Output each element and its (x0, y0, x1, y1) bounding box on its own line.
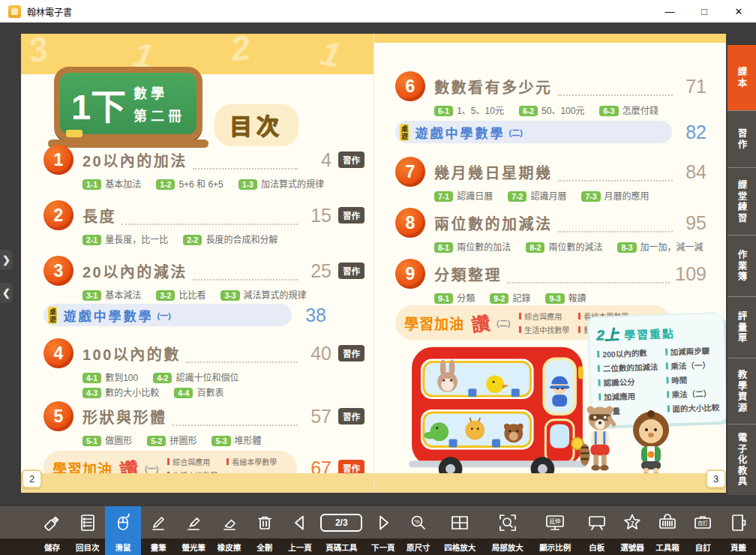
chapter-link[interactable]: 7 幾月幾日星期幾 84 (395, 157, 706, 187)
book-cover-board: 1下 數學 第二冊 (54, 67, 202, 140)
boardgame-link[interactable]: 桌遊 遊戲中學數學 (一) (44, 304, 292, 326)
sidebar-collapse-button[interactable]: ❮ (0, 283, 13, 303)
chapter-title: 數數看有多少元 (434, 76, 553, 98)
chapter-link[interactable]: 1 20以內的加法 4 習作 (44, 145, 364, 175)
toc-subsection[interactable]: 6-11、5、10元 (434, 104, 504, 116)
toc-subsection[interactable]: 7-2認識月曆 (508, 189, 566, 202)
toc-subsection[interactable]: 4-1數到100 (82, 370, 138, 383)
toc-subsection[interactable]: 3-1基本減法 (82, 288, 141, 301)
volume-label: 第二冊 (134, 105, 185, 124)
tab-workbook[interactable]: 習作 (728, 111, 756, 168)
workbook-badge[interactable]: 習作 (338, 262, 364, 279)
tool-four-grid-zoom[interactable]: 四格放大 (436, 506, 484, 555)
toc-subsection[interactable]: 7-1認識日曆 (434, 189, 493, 202)
tab-textbook[interactable]: 課本 (728, 45, 756, 111)
tool-number-picker[interactable]: 7 選號器 (614, 506, 650, 555)
toc-chapter-3: 3 20以內的減法 25 習作 3-1基本減法 3-2比比看 3-3減法算式的規… (44, 256, 364, 301)
chapter-link[interactable]: 8 兩位數的加減法 95 (395, 208, 706, 238)
dotted-leader (507, 274, 670, 284)
toc-subsection[interactable]: 9-1分類 (434, 291, 475, 304)
tool-display-ratio[interactable]: 延伸 顯示比例 (532, 506, 580, 555)
toc-subsection[interactable]: 1-25+6 和 6+5 (156, 177, 224, 190)
chapter-link[interactable]: 5 形狀與形體 57 習作 (44, 401, 364, 431)
toc-subsection[interactable]: 5-3堆形體 (212, 434, 261, 446)
tool-original-size[interactable]: % 原尺寸 (400, 506, 436, 555)
page-number-badge-left[interactable]: 2 (22, 470, 42, 488)
prev-page-icon (290, 506, 310, 538)
workbook-badge[interactable]: 習作 (338, 345, 364, 362)
toc-subsection[interactable]: 4-4百數表 (174, 386, 224, 398)
boardgame-link[interactable]: 桌遊 遊戲中學數學 (二) (395, 121, 672, 143)
toc-subsection[interactable]: 3-2比比看 (156, 288, 206, 301)
chapter-link[interactable]: 2 長度 15 習作 (44, 200, 364, 230)
tool-delete-all[interactable]: 全刪 (247, 506, 282, 555)
tool-save[interactable]: 儲存 (34, 506, 70, 555)
toc-subsection[interactable]: 6-3怎麼付錢 (599, 104, 658, 116)
toc-title: 目次 (230, 114, 284, 139)
workbook-badge[interactable]: 習作 (338, 207, 364, 224)
toc-subsection[interactable]: 8-3加一加，減一減 (617, 240, 703, 253)
toc-subsection[interactable]: 1-3加法算式的規律 (238, 177, 324, 190)
summary-heading: 學習重點 (624, 325, 676, 342)
tab-assessment-sheet[interactable]: 評量單 (728, 297, 756, 358)
tab-digital-tools[interactable]: 電子化教具 (728, 424, 756, 495)
tool-mouse[interactable]: 滑鼠 (105, 506, 140, 555)
chapter-number: 9 (395, 259, 425, 289)
tool-back-to-toc[interactable]: 回目次 (70, 506, 105, 555)
tool-partial-zoom[interactable]: 局部放大 (484, 506, 532, 555)
toc-subsection[interactable]: 9-3報讀 (545, 291, 586, 304)
chapter-link[interactable]: 3 20以內的減法 25 習作 (44, 256, 364, 286)
dotted-leader (193, 160, 298, 170)
toc-subsection[interactable]: 1-1基本加法 (82, 177, 141, 190)
tool-pen[interactable]: 畫筆 (141, 506, 176, 555)
chapter-subsections: 7-1認識日曆 7-2認識月曆 7-3月曆的應用 (434, 189, 706, 202)
tool-next-page[interactable]: 下一頁 (365, 506, 400, 555)
sidebar-expand-button[interactable]: ❯ (0, 250, 13, 270)
toc-chapter-1: 1 20以內的加法 4 習作 1-1基本加法 1-25+6 和 6+5 1-3加… (44, 145, 364, 190)
custom-briefcase-icon: 自訂 (692, 506, 713, 538)
toc-subsection[interactable]: 8-2兩位數的減法 (526, 240, 602, 253)
tool-page-tab[interactable]: 頁籤 (721, 506, 756, 555)
toc-subsection[interactable]: 7-3月曆的應用 (581, 189, 649, 202)
toc-subsection[interactable]: 2-2長度的合成和分解 (183, 232, 278, 245)
toc-subsection[interactable]: 4-2認識十位和個位 (153, 370, 238, 383)
tab-class-practice[interactable]: 課堂練習 (728, 168, 756, 236)
chapter-link[interactable]: 4 100以內的數 40 習作 (44, 338, 364, 368)
toc-subsection[interactable]: 2-1量長度，比一比 (82, 232, 168, 245)
workbook-badge[interactable]: 習作 (338, 408, 364, 424)
close-button[interactable]: ✕ (722, 0, 756, 22)
tool-whiteboard[interactable]: 白板 (579, 506, 614, 555)
chapter-link[interactable]: 9 分類整理 109 (395, 259, 706, 289)
toc-subsection[interactable]: 4-3數的大小比較 (82, 386, 159, 398)
chapter-subsections: 3-1基本減法 3-2比比看 3-3減法算式的規律 (82, 288, 364, 301)
minimize-button[interactable]: — (652, 0, 687, 22)
toc-chapter-7: 7 幾月幾日星期幾 84 7-1認識日曆 7-2認識月曆 7-3月曆的應用 (395, 157, 706, 202)
tool-custom[interactable]: 自訂 自訂 (686, 506, 721, 555)
maximize-button[interactable]: □ (687, 0, 722, 22)
school-bus-illustration (404, 328, 590, 484)
toc-subsection[interactable]: 8-1兩位數的加法 (434, 240, 511, 253)
tab-homework-book[interactable]: 作業簿 (728, 236, 756, 297)
chapter-link[interactable]: 6 數數看有多少元 71 (395, 71, 706, 101)
tab-teaching-resources[interactable]: 教學資源 (728, 358, 756, 424)
chapter-subsections: 5-1做圖形 5-2拼圖形 5-3堆形體 (82, 434, 364, 446)
tool-highlighter[interactable]: 螢光筆 (176, 506, 212, 555)
toc-subsection[interactable]: 3-3減法算式的規律 (220, 288, 306, 301)
workbook-badge[interactable]: 習作 (338, 152, 364, 168)
chalk-eraser (66, 130, 82, 137)
toc-subsection[interactable]: 5-2拼圖形 (147, 434, 196, 446)
toc-subsection[interactable]: 5-1做圖形 (82, 434, 132, 446)
toc-subsection[interactable]: 9-2記錄 (490, 291, 530, 304)
tool-page-indicator[interactable]: 2/3 頁碼工具 (318, 506, 366, 555)
tool-toolbox[interactable]: 工具箱 (650, 506, 686, 555)
dotted-leader (193, 272, 298, 280)
reader-canvas: ❯ ❮ 3 1 2 1 1下 數學 第二冊 目次 1 20以內的加法 (0, 22, 756, 506)
toc-subsection[interactable]: 6-250、100元 (519, 104, 585, 116)
tool-eraser[interactable]: 橡皮擦 (212, 506, 247, 555)
chapter-subsections: 9-1分類 9-2記錄 9-3報讀 (434, 291, 706, 304)
grade-label: 1下 (71, 78, 126, 130)
toc-icon (77, 506, 98, 538)
watermark-digit: 3 (25, 34, 52, 71)
tool-prev-page[interactable]: 上一頁 (282, 506, 317, 555)
page-number-badge-right[interactable]: 3 (706, 470, 726, 488)
